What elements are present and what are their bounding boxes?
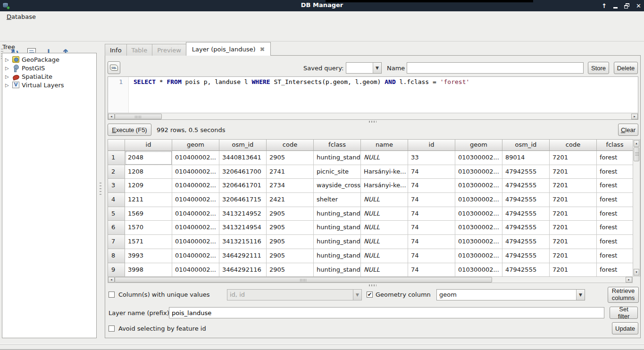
editor-hscrollbar[interactable]: ◂ ▸	[108, 113, 638, 119]
panel-splitter[interactable]	[97, 42, 104, 338]
results-vscrollbar[interactable]: ▴ ▾	[633, 139, 640, 276]
table-cell[interactable]: 010400002...	[172, 151, 219, 165]
layer-name-input[interactable]	[169, 307, 604, 318]
table-cell[interactable]: wayside_cross	[314, 179, 361, 193]
editor-results-splitter[interactable]	[369, 121, 376, 123]
scroll-up-icon[interactable]: ▴	[634, 140, 639, 147]
table-cell[interactable]: NULL	[361, 193, 408, 207]
table-cell[interactable]: 010300002...	[455, 207, 502, 221]
scroll-down-icon[interactable]: ▾	[634, 269, 639, 275]
results-vscroll-thumb[interactable]	[634, 147, 639, 161]
table-cell[interactable]: 3413214954	[219, 221, 267, 235]
table-cell[interactable]: 2048	[125, 151, 172, 165]
table-cell[interactable]: 010400002...	[172, 165, 219, 179]
table-cell[interactable]: hunting_stand	[314, 235, 361, 249]
table-cell[interactable]: shelter	[314, 193, 361, 207]
open-query-window-button[interactable]: SQL	[108, 61, 120, 74]
table-cell[interactable]: 3464292111	[219, 249, 267, 263]
update-button[interactable]: Update	[612, 322, 638, 334]
column-header-fclass[interactable]: fclass	[597, 140, 633, 151]
table-cell[interactable]: 74	[408, 235, 455, 249]
table-cell[interactable]: hunting_stand	[314, 263, 361, 277]
column-header-geom[interactable]: geom	[455, 140, 502, 151]
table-cell[interactable]: 47942555	[502, 207, 550, 221]
close-window-icon[interactable]: ✕	[636, 3, 641, 9]
table-cell[interactable]: 1208	[125, 165, 172, 179]
sql-query-text[interactable]: SELECT * FROM pois p, landuse l WHERE ST…	[129, 77, 469, 113]
table-cell[interactable]: 1570	[125, 221, 172, 235]
table-cell[interactable]: hunting_stand	[314, 221, 361, 235]
table-cell[interactable]: 2905	[267, 221, 314, 235]
table-cell[interactable]: 7201	[550, 235, 597, 249]
table-cell[interactable]: 7201	[550, 207, 597, 221]
row-number[interactable]: 7	[108, 235, 125, 249]
table-cell[interactable]: 74	[408, 179, 455, 193]
table-cell[interactable]: 2905	[267, 151, 314, 165]
sql-editor[interactable]: 1 SELECT * FROM pois p, landuse l WHERE …	[108, 76, 638, 120]
table-cell[interactable]: 47942555	[502, 179, 550, 193]
execute-button[interactable]: Execute (F5)	[108, 124, 151, 136]
table-cell[interactable]: 1209	[125, 179, 172, 193]
row-number[interactable]: 5	[108, 207, 125, 221]
table-cell[interactable]: 1571	[125, 235, 172, 249]
table-cell[interactable]: 3998	[125, 263, 172, 277]
geometry-column-select[interactable]: geom ▼	[436, 289, 585, 300]
table-cell[interactable]: 010300002...	[455, 165, 502, 179]
saved-query-select[interactable]: ▼	[346, 62, 382, 74]
table-cell[interactable]: forest	[597, 151, 633, 165]
table-cell[interactable]: Harsányi-ke...	[361, 165, 408, 179]
table-cell[interactable]: 010300002...	[455, 179, 502, 193]
table-cell[interactable]: 47942555	[502, 249, 550, 263]
table-cell[interactable]: forest	[597, 221, 633, 235]
table-cell[interactable]: 47942555	[502, 263, 550, 277]
table-cell[interactable]: 7201	[550, 263, 597, 277]
table-cell[interactable]: 74	[408, 193, 455, 207]
expand-icon[interactable]: ▷	[5, 57, 10, 62]
tree-item-spatialite[interactable]: ▷SpatiaLite	[2, 72, 96, 81]
column-header-fclass[interactable]: fclass	[314, 140, 361, 151]
scroll-left-icon[interactable]: ◂	[108, 114, 115, 119]
store-button[interactable]: Store	[588, 62, 609, 74]
retrieve-columns-button[interactable]: Retrieve columns	[608, 287, 639, 303]
table-cell[interactable]: 010400002...	[172, 263, 219, 277]
table-cell[interactable]: 7201	[550, 249, 597, 263]
table-cell[interactable]: 7201	[550, 179, 597, 193]
column-header-id[interactable]: id	[125, 140, 172, 151]
table-cell[interactable]: hunting_stand	[314, 151, 361, 165]
table-cell[interactable]: 7201	[550, 165, 597, 179]
table-cell[interactable]: 1211	[125, 193, 172, 207]
column-header-osm_id[interactable]: osm_id	[219, 140, 267, 151]
table-cell[interactable]: 3413214952	[219, 207, 267, 221]
table-cell[interactable]: 33	[408, 151, 455, 165]
clear-button[interactable]: Clear	[618, 124, 638, 136]
scroll-right-icon[interactable]: ▸	[626, 277, 632, 283]
minimize-icon[interactable]	[613, 7, 618, 8]
table-cell[interactable]: 2741	[267, 165, 314, 179]
table-cell[interactable]: picnic_site	[314, 165, 361, 179]
set-filter-button[interactable]: Set filter	[610, 307, 638, 319]
table-cell[interactable]: 7201	[550, 193, 597, 207]
table-cell[interactable]: forest	[597, 207, 633, 221]
table-cell[interactable]: 47942555	[502, 235, 550, 249]
table-cell[interactable]: 2905	[267, 207, 314, 221]
table-cell[interactable]: 010400002...	[172, 249, 219, 263]
table-cell[interactable]: 3206461715	[219, 193, 267, 207]
table-cell[interactable]: forest	[597, 263, 633, 277]
table-cell[interactable]: Harsányi-ke...	[361, 179, 408, 193]
tab-layer-pois-landuse[interactable]: Layer (pois_landuse)✖	[186, 42, 271, 56]
expand-icon[interactable]: ▷	[5, 83, 10, 88]
row-number[interactable]: 2	[108, 165, 125, 179]
results-options-splitter[interactable]	[369, 284, 376, 286]
table-cell[interactable]: forest	[597, 165, 633, 179]
column-header-code[interactable]: code	[267, 140, 314, 151]
table-cell[interactable]: 010300002...	[455, 193, 502, 207]
row-number[interactable]: 4	[108, 193, 125, 207]
table-cell[interactable]: NULL	[361, 151, 408, 165]
expand-icon[interactable]: ▷	[5, 74, 10, 79]
table-cell[interactable]: 010300002...	[455, 221, 502, 235]
expand-icon[interactable]: ▷	[5, 66, 10, 71]
table-cell[interactable]: 010400002...	[172, 193, 219, 207]
row-number[interactable]: 8	[108, 249, 125, 263]
table-cell[interactable]: 47942555	[502, 221, 550, 235]
table-cell[interactable]: 010400002...	[172, 235, 219, 249]
